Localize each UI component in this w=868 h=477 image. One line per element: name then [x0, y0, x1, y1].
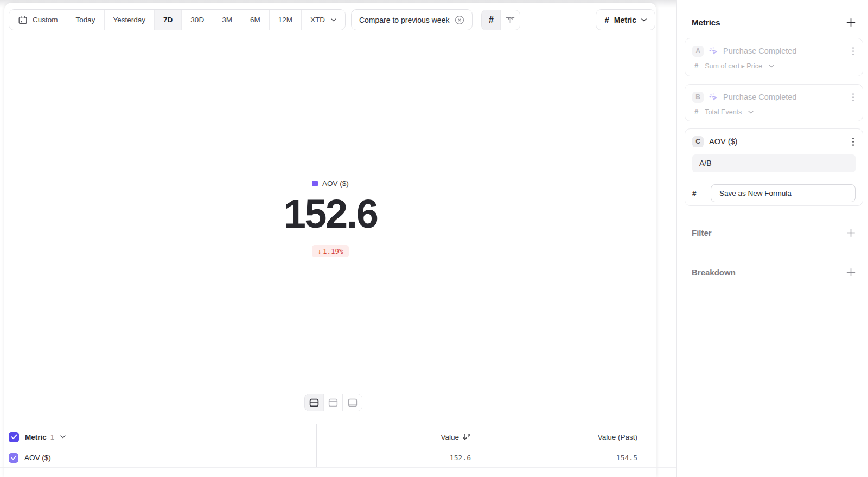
value-format-toggle: # — [481, 10, 520, 30]
event-spark-icon — [709, 93, 718, 101]
metric-type-button[interactable]: # Metric — [596, 9, 655, 30]
value-column-header[interactable]: Value — [316, 433, 477, 441]
hash-icon: # — [694, 62, 698, 70]
metric-header-cell[interactable]: Metric 1 — [0, 432, 316, 442]
add-breakdown-button[interactable] — [845, 266, 857, 279]
range-6m-button[interactable]: 6M — [241, 10, 270, 30]
metrics-section-header: Metrics — [692, 16, 857, 29]
hash-icon: # — [692, 189, 711, 197]
range-label: 3M — [222, 16, 232, 24]
measure-dropdown[interactable]: # Sum of cart ▸ Price — [685, 57, 863, 76]
select-all-checkbox[interactable] — [9, 432, 19, 442]
query-builder-sidebar: Metrics A Purchase Completed # Su — [676, 0, 868, 477]
metric-letter-badge: B — [692, 92, 704, 103]
measure-dropdown[interactable]: # Total Events — [685, 103, 863, 123]
breakdown-title: Breakdown — [692, 268, 736, 277]
layout-split-icon[interactable] — [305, 394, 324, 411]
kpi-delta-value: 1.19% — [323, 247, 343, 255]
range-today-button[interactable]: Today — [67, 10, 105, 30]
metric-button-label: Metric — [614, 16, 636, 24]
plus-icon — [846, 267, 856, 278]
range-xtd-button[interactable]: XTD — [302, 10, 345, 30]
range-label: 30D — [190, 16, 204, 24]
plus-icon — [846, 228, 856, 238]
compare-chip[interactable]: Compare to previous week — [351, 9, 473, 30]
metric-letter-badge: C — [692, 136, 704, 147]
range-label: 7D — [163, 16, 173, 24]
legend-label: AOV ($) — [322, 179, 349, 188]
row-checkbox[interactable] — [9, 453, 18, 463]
add-metric-button[interactable] — [845, 16, 857, 29]
range-30d-button[interactable]: 30D — [182, 10, 213, 30]
compare-chip-label: Compare to previous week — [359, 16, 450, 24]
table-layout-toggle — [304, 394, 362, 411]
event-spark-icon — [709, 47, 718, 55]
range-7d-button[interactable]: 7D — [155, 10, 182, 30]
filter-title: Filter — [692, 228, 712, 237]
table-header-row: Metric 1 Value Value (Past) — [0, 426, 676, 448]
metric-card-a: A Purchase Completed # Sum of cart ▸ Pri… — [685, 38, 863, 76]
add-filter-button[interactable] — [845, 227, 857, 239]
range-label: 6M — [250, 16, 260, 24]
metric-letter-badge: A — [692, 46, 704, 57]
layout-top-icon[interactable] — [324, 394, 343, 411]
filter-section-header: Filter — [692, 227, 857, 239]
range-label: Yesterday — [113, 16, 146, 24]
range-12m-button[interactable]: 12M — [270, 10, 302, 30]
value-column-label: Value — [441, 433, 459, 441]
kebab-menu-icon[interactable] — [850, 91, 856, 103]
sort-descending-icon — [463, 434, 471, 441]
range-yesterday-button[interactable]: Yesterday — [105, 10, 155, 30]
format-absolute-toggle[interactable]: # — [482, 10, 501, 30]
row-metric-name: AOV ($) — [24, 454, 51, 462]
table-row: AOV ($) 152.6 154.5 — [0, 448, 676, 468]
row-value: 152.6 — [316, 454, 477, 462]
chart-legend: AOV ($) — [312, 179, 349, 188]
kpi-delta-badge: ↓ 1.19% — [312, 245, 348, 257]
range-label: Today — [76, 16, 95, 24]
save-as-new-formula-button[interactable]: Save as New Formula — [711, 184, 856, 202]
calendar-icon — [18, 15, 28, 25]
kpi-block: AOV ($) 152.6 ↓ 1.19% — [4, 179, 656, 257]
range-label: Custom — [33, 16, 58, 24]
metric-event-name[interactable]: Purchase Completed — [723, 93, 796, 101]
chevron-down-icon — [331, 18, 336, 22]
checkmark-icon — [11, 434, 17, 440]
layout-bottom-icon[interactable] — [343, 394, 362, 411]
metric-card-b: B Purchase Completed # Total Events — [685, 84, 863, 121]
hash-icon: # — [604, 15, 609, 24]
formula-metric-name[interactable]: AOV ($) — [709, 137, 737, 146]
checkmark-icon — [11, 455, 17, 460]
lift-arrow-icon — [506, 16, 515, 24]
formula-input[interactable]: A/B — [692, 154, 856, 172]
hash-icon: # — [489, 15, 494, 25]
arrow-down-icon: ↓ — [317, 247, 322, 255]
chevron-down-icon — [769, 65, 774, 68]
metric-card-c: C AOV ($) A/B # Save as New Formula — [685, 128, 863, 206]
format-lift-toggle[interactable] — [501, 10, 520, 30]
metric-event-name[interactable]: Purchase Completed — [723, 47, 796, 55]
plus-icon — [846, 17, 856, 28]
main-panel: Custom Today Yesterday 7D 30D — [0, 0, 676, 477]
chart-toolbar: Custom Today Yesterday 7D 30D — [9, 9, 655, 30]
metric-header-label: Metric — [25, 433, 47, 441]
row-value-past: 154.5 — [477, 454, 644, 462]
date-range-group: Custom Today Yesterday 7D 30D — [9, 9, 346, 30]
measure-label: Sum of cart ▸ Price — [705, 62, 762, 70]
metrics-title: Metrics — [692, 18, 720, 27]
kebab-menu-icon[interactable] — [850, 136, 856, 147]
legend-swatch — [312, 181, 318, 186]
hash-icon: # — [694, 108, 698, 116]
kebab-menu-icon[interactable] — [850, 45, 856, 57]
circled-x-icon[interactable] — [455, 15, 464, 25]
range-custom-button[interactable]: Custom — [9, 10, 67, 30]
kpi-value: 152.6 — [4, 193, 656, 235]
range-label: XTD — [310, 16, 325, 24]
chevron-down-icon[interactable] — [60, 435, 66, 439]
value-past-column-header: Value (Past) — [477, 433, 644, 441]
chevron-down-icon — [748, 111, 754, 114]
range-3m-button[interactable]: 3M — [213, 10, 241, 30]
measure-label: Total Events — [705, 108, 742, 116]
chevron-down-icon — [641, 18, 647, 22]
breakdown-section-header: Breakdown — [692, 266, 857, 279]
